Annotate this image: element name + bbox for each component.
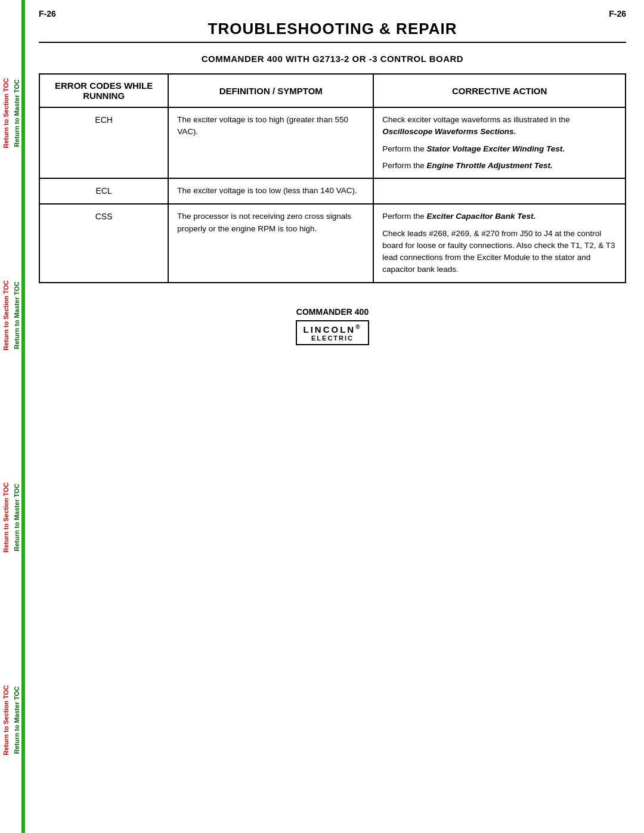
sidebar-return-master-3[interactable]: Return to Master TOC — [12, 480, 21, 555]
main-content: F-26 F-26 TROUBLESHOOTING & REPAIR COMMA… — [27, 0, 644, 357]
definition-ecl: The exciter voltage is too low (less tha… — [168, 178, 373, 204]
sidebar-return-master-4[interactable]: Return to Master TOC — [12, 683, 21, 757]
table-row: CSS The processor is not receiving zero … — [39, 204, 626, 282]
error-code-ech: ECH — [39, 107, 168, 178]
error-code-css: CSS — [39, 204, 168, 282]
table-row: ECL The exciter voltage is too low (less… — [39, 178, 626, 204]
col-header-corrective: CORRECTIVE ACTION — [373, 74, 626, 107]
sidebar-group-4: Return to Section TOC Return to Master T… — [1, 672, 21, 767]
sidebar-group-3: Return to Section TOC Return to Master T… — [1, 470, 21, 565]
definition-ech: The exciter voltage is too high (greater… — [168, 107, 373, 178]
header-row: F-26 F-26 — [39, 9, 626, 18]
sidebar-return-master-2[interactable]: Return to Master TOC — [12, 278, 21, 352]
sidebar-return-section-2[interactable]: Return to Section TOC — [1, 277, 11, 354]
corrective-ecl — [373, 178, 626, 204]
main-table: ERROR CODES WHILE RUNNING DEFINITION / S… — [39, 73, 626, 283]
logo-registered: ® — [355, 324, 361, 330]
definition-css: The processor is not receiving zero cros… — [168, 204, 373, 282]
col-header-error: ERROR CODES WHILE RUNNING — [39, 74, 168, 107]
corrective-css: Perform the Exciter Capacitor Bank Test.… — [373, 204, 626, 282]
page-number-left: F-26 — [39, 9, 56, 18]
error-code-ecl: ECL — [39, 178, 168, 204]
sidebar-return-section-1[interactable]: Return to Section TOC — [1, 75, 11, 152]
sidebar-return-section-3[interactable]: Return to Section TOC — [1, 479, 11, 556]
lincoln-logo: LINCOLN® ELECTRIC — [296, 320, 369, 345]
sidebar-group-2: Return to Section TOC Return to Master T… — [1, 268, 21, 363]
logo-lincoln: LINCOLN® — [303, 324, 361, 335]
sidebar-group-1: Return to Section TOC Return to Master T… — [1, 66, 21, 161]
sidebar-return-section-4[interactable]: Return to Section TOC — [1, 682, 11, 759]
corrective-ech: Check exciter voltage waveforms as illus… — [373, 107, 626, 178]
page-footer: COMMANDER 400 LINCOLN® ELECTRIC — [39, 307, 626, 345]
footer-title: COMMANDER 400 — [39, 307, 626, 317]
table-row: ECH The exciter voltage is too high (gre… — [39, 107, 626, 178]
sidebar: Return to Section TOC Return to Master T… — [0, 0, 23, 833]
logo-electric: ELECTRIC — [303, 335, 361, 342]
col-header-definition: DEFINITION / SYMPTOM — [168, 74, 373, 107]
page-title: TROUBLESHOOTING & REPAIR — [39, 20, 626, 43]
page-number-right: F-26 — [609, 9, 626, 18]
sidebar-return-master-1[interactable]: Return to Master TOC — [12, 76, 21, 150]
page-subtitle: COMMANDER 400 WITH G2713-2 OR -3 CONTROL… — [39, 54, 626, 64]
